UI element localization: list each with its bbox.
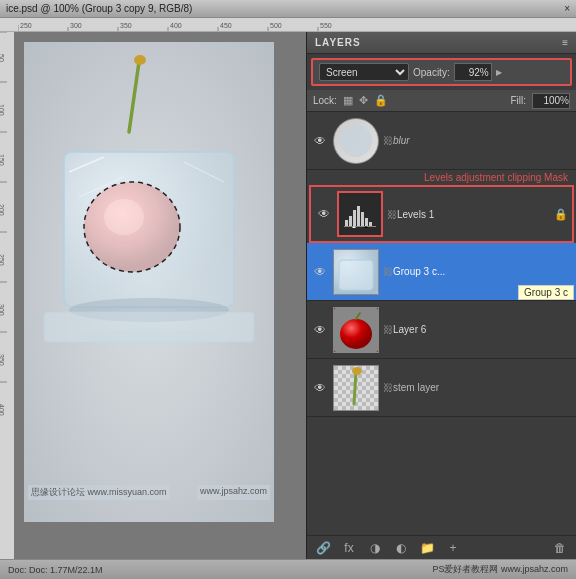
svg-point-68 — [352, 367, 362, 375]
blend-mode-select[interactable]: Screen Normal Multiply Overlay — [319, 63, 409, 81]
svg-point-42 — [104, 199, 144, 235]
layer-name-layer6: Layer 6 — [393, 324, 572, 335]
svg-rect-47 — [345, 220, 348, 226]
blend-mode-row: Screen Normal Multiply Overlay Opacity: … — [311, 58, 572, 86]
layers-title: LAYERS — [315, 37, 562, 48]
title-bar-text: ice.psd @ 100% (Group 3 copy 9, RGB/8) — [6, 3, 564, 14]
svg-point-34 — [134, 55, 146, 65]
chain-icon-layer6: ⛓ — [383, 324, 393, 335]
layer-thumb-stem — [333, 365, 379, 411]
watermark-area: 思缘设计论坛 www.missyuan.com www.jpsahz.com — [24, 485, 274, 500]
layer-eye-blur[interactable]: 👁 — [311, 132, 329, 150]
layer-thumb-layer6 — [333, 307, 379, 353]
svg-text:450: 450 — [220, 22, 232, 29]
fill-label: Fill: — [510, 95, 526, 106]
layer-item-stem[interactable]: 👁 — [307, 359, 576, 417]
lock-move-icon[interactable]: ✥ — [359, 94, 368, 107]
adjustment-label: Levels adjustment clipping Mask — [307, 170, 576, 185]
chain-icon-levels: ⛓ — [387, 209, 397, 220]
lock-pixel-icon[interactable]: ▦ — [343, 94, 353, 107]
svg-text:350: 350 — [0, 354, 5, 366]
new-layer-icon[interactable]: + — [443, 541, 463, 555]
layer-name-group3: Group 3 c... — [393, 266, 572, 277]
svg-text:400: 400 — [170, 22, 182, 29]
levels-histogram — [342, 200, 378, 228]
svg-text:300: 300 — [70, 22, 82, 29]
svg-text:50: 50 — [0, 54, 5, 62]
svg-rect-58 — [339, 260, 373, 290]
title-bar: ice.psd @ 100% (Group 3 copy 9, RGB/8) × — [0, 0, 576, 18]
layer-eye-layer6[interactable]: 👁 — [311, 321, 329, 339]
svg-text:250: 250 — [20, 22, 32, 29]
delete-layer-icon[interactable]: 🗑 — [550, 541, 570, 555]
ruler-h-marks: 250 300 350 400 450 500 550 — [18, 18, 576, 31]
watermark-brand: PS爱好者教程网 www.jpsahz.com — [432, 563, 568, 576]
layers-panel-header: LAYERS ≡ — [307, 32, 576, 54]
layer-item-levels[interactable]: 👁 — [309, 185, 574, 243]
chain-icon-stem: ⛓ — [383, 382, 393, 393]
svg-rect-48 — [349, 216, 352, 226]
svg-text:100: 100 — [0, 104, 5, 116]
svg-point-45 — [340, 125, 372, 157]
opacity-arrow[interactable]: ▶ — [496, 68, 502, 77]
adjustment-icon[interactable]: ◐ — [391, 541, 411, 555]
lock-fill-row: Lock: ▦ ✥ 🔒 Fill: — [307, 90, 576, 112]
watermark-right: www.jpsahz.com — [197, 485, 270, 500]
svg-text:250: 250 — [0, 254, 5, 266]
ruler-horizontal: 250 300 350 400 450 500 550 — [0, 18, 576, 32]
svg-point-60 — [340, 319, 372, 349]
status-text: Doc: Doc: 1.77M/22.1M — [8, 565, 103, 575]
svg-text:400: 400 — [0, 404, 5, 416]
svg-rect-0 — [18, 18, 576, 31]
svg-text:550: 550 — [320, 22, 332, 29]
doc-size: Doc: 1.77M/22.1M — [29, 565, 103, 575]
svg-text:150: 150 — [0, 154, 5, 166]
mask-icon[interactable]: ◑ — [365, 541, 385, 555]
layer-eye-levels[interactable]: 👁 — [315, 205, 333, 223]
panel-bottom-bar: 🔗 fx ◑ ◐ 📁 + 🗑 — [307, 535, 576, 559]
layer-name-stem: stem layer — [393, 382, 572, 393]
svg-rect-49 — [353, 210, 356, 226]
watermark-left: 思缘设计论坛 www.missyuan.com — [28, 485, 170, 500]
layer-thumb-group3 — [333, 249, 379, 295]
layer-thumb-levels — [337, 191, 383, 237]
fx-icon[interactable]: fx — [339, 541, 359, 555]
svg-text:300: 300 — [0, 304, 5, 316]
layers-menu-button[interactable]: ≡ — [562, 37, 568, 48]
svg-rect-53 — [369, 222, 372, 226]
canvas-area: 思缘设计论坛 www.missyuan.com www.jpsahz.com — [14, 32, 306, 559]
lock-all-icon[interactable]: 🔒 — [374, 94, 388, 107]
lock-icon-levels[interactable]: 🔒 — [554, 208, 568, 221]
scene-svg — [24, 42, 274, 522]
layers-list[interactable]: 👁 ⛓ blur Levels adjustment clipping Mask… — [307, 112, 576, 535]
svg-text:350: 350 — [120, 22, 132, 29]
layer-eye-group3[interactable]: 👁 — [311, 263, 329, 281]
layer-name-levels: Levels 1 — [397, 209, 554, 220]
close-button[interactable]: × — [564, 3, 570, 14]
group-icon[interactable]: 📁 — [417, 541, 437, 555]
svg-text:200: 200 — [0, 204, 5, 216]
svg-rect-52 — [365, 218, 368, 226]
svg-text:500: 500 — [270, 22, 282, 29]
layer-eye-stem[interactable]: 👁 — [311, 379, 329, 397]
lock-label: Lock: — [313, 95, 337, 106]
fill-input[interactable] — [532, 93, 570, 109]
layer-item-blur[interactable]: 👁 ⛓ blur — [307, 112, 576, 170]
layer-name-blur: blur — [393, 135, 572, 146]
opacity-label: Opacity: — [413, 67, 450, 78]
svg-point-44 — [79, 329, 219, 345]
layers-panel: LAYERS ≡ Screen Normal Multiply Overlay … — [306, 32, 576, 559]
svg-rect-50 — [357, 206, 360, 226]
ruler-v-marks: 50 100 150 200 250 300 350 400 — [0, 32, 14, 559]
link-layers-icon[interactable]: 🔗 — [313, 541, 333, 555]
opacity-input[interactable] — [454, 63, 492, 81]
svg-line-67 — [354, 371, 356, 404]
svg-rect-51 — [361, 212, 364, 226]
ruler-vertical: 50 100 150 200 250 300 350 400 — [0, 32, 14, 559]
chain-icon-blur: ⛓ — [383, 135, 393, 146]
status-bar: Doc: Doc: 1.77M/22.1M PS爱好者教程网 www.jpsah… — [0, 559, 576, 579]
canvas-image: 思缘设计论坛 www.missyuan.com www.jpsahz.com — [24, 42, 274, 522]
layer-item-layer6[interactable]: 👁 ⛓ — [307, 301, 576, 359]
layer-thumb-blur — [333, 118, 379, 164]
group3-tooltip: Group 3 c — [518, 285, 574, 300]
